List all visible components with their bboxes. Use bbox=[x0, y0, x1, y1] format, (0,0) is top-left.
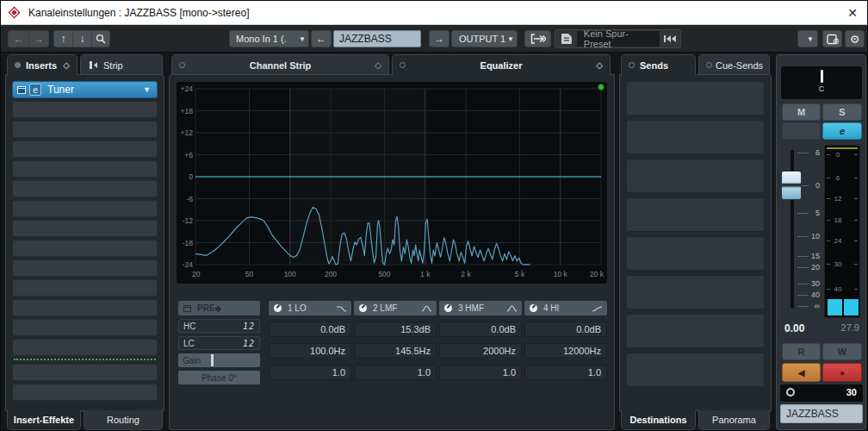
tab-cue-sends[interactable]: Cue-Sends bbox=[698, 54, 770, 75]
tab-sends[interactable]: Sends bbox=[621, 54, 696, 75]
direct-routing-button[interactable] bbox=[524, 30, 551, 47]
send-slot-empty[interactable] bbox=[626, 120, 765, 154]
output-arrow-icon[interactable]: → bbox=[429, 30, 450, 47]
fader-value[interactable]: 0.00 bbox=[784, 322, 804, 334]
pre-bypass-icon[interactable] bbox=[183, 305, 191, 312]
track-preset-field[interactable]: Kein Spur-Preset bbox=[577, 31, 660, 47]
send-slot-empty[interactable] bbox=[626, 197, 765, 232]
tab-routing[interactable]: Routing bbox=[84, 410, 163, 430]
read-automation-button[interactable]: R bbox=[782, 343, 821, 360]
band-q-field[interactable]: 1.0 bbox=[439, 365, 522, 380]
search-channel-button[interactable] bbox=[91, 30, 110, 47]
band-curve-icon[interactable] bbox=[506, 304, 518, 313]
tab-strip[interactable]: Strip bbox=[80, 54, 163, 75]
insert-slot-empty[interactable] bbox=[12, 141, 158, 158]
insert-slot-tuner[interactable]: eTuner▼ bbox=[12, 81, 158, 98]
listen-button[interactable] bbox=[782, 122, 821, 140]
lc-filter-row[interactable]: LC 12 bbox=[178, 336, 260, 350]
settings-dropdown-button[interactable]: ▼ bbox=[797, 30, 818, 47]
channel-color-icon[interactable] bbox=[786, 388, 795, 397]
insert-slot-empty[interactable] bbox=[12, 339, 158, 356]
eq-band-header[interactable]: 4 HI bbox=[524, 301, 607, 315]
bypass-diamond-icon[interactable]: ◇ bbox=[63, 60, 70, 70]
send-slot-empty[interactable] bbox=[626, 314, 765, 348]
insert-slot-empty[interactable] bbox=[12, 319, 158, 336]
hc-filter-row[interactable]: HC 12 bbox=[178, 319, 260, 333]
edit-channel-button[interactable]: e bbox=[822, 122, 862, 140]
eq-band-header[interactable]: 1 LO bbox=[269, 301, 351, 315]
insert-slot-empty[interactable] bbox=[12, 121, 158, 138]
insert-slot-empty[interactable] bbox=[12, 160, 158, 178]
close-icon[interactable]: ✕ bbox=[841, 3, 864, 23]
send-slot-empty[interactable] bbox=[626, 275, 765, 309]
band-q-field[interactable]: 1.0 bbox=[354, 365, 437, 380]
gain-slider-handle[interactable] bbox=[211, 354, 214, 366]
pan-control[interactable]: C bbox=[781, 66, 862, 99]
record-arm-button[interactable]: ● bbox=[822, 363, 862, 382]
band-power-icon[interactable] bbox=[274, 304, 282, 312]
insert-slot-empty[interactable] bbox=[12, 180, 158, 197]
band-power-icon[interactable] bbox=[530, 304, 537, 312]
tab-destinations[interactable]: Destinations bbox=[621, 410, 696, 430]
band-gain-field[interactable]: 0.0dB bbox=[524, 322, 607, 337]
tab-equalizer[interactable]: Equalizer ◇ bbox=[392, 54, 611, 75]
pre-header[interactable]: PRE ◆ bbox=[178, 301, 260, 315]
eq-active-led[interactable] bbox=[598, 84, 604, 91]
monitor-button[interactable]: ◀ bbox=[782, 363, 821, 382]
insert-slot-empty[interactable] bbox=[12, 220, 158, 237]
insert-slot-empty[interactable] bbox=[12, 259, 158, 277]
forward-icon[interactable]: → bbox=[28, 30, 49, 47]
band-q-field[interactable]: 1.0 bbox=[524, 365, 607, 380]
fader-handle[interactable] bbox=[781, 171, 802, 200]
clip-indicator[interactable] bbox=[827, 147, 858, 149]
insert-slot-empty[interactable] bbox=[12, 279, 158, 297]
insert-slot-empty[interactable] bbox=[12, 200, 158, 217]
band-power-icon[interactable] bbox=[444, 304, 452, 312]
band-curve-icon[interactable] bbox=[336, 304, 347, 313]
insert-slot-empty[interactable] bbox=[12, 384, 158, 401]
send-slot-empty[interactable] bbox=[626, 159, 765, 193]
band-freq-field[interactable]: 12000Hz bbox=[524, 343, 607, 359]
band-gain-field[interactable]: 0.0dB bbox=[439, 322, 522, 337]
insert-slot-empty[interactable] bbox=[12, 101, 158, 118]
band-curve-icon[interactable] bbox=[421, 304, 432, 313]
gear-icon[interactable]: ⚙ bbox=[845, 30, 865, 47]
tab-channel-strip[interactable]: Channel Strip ◇ bbox=[171, 54, 389, 75]
phase-button[interactable]: Phase 0° bbox=[178, 371, 260, 384]
previous-channel-icon[interactable]: ↑ bbox=[53, 30, 72, 47]
band-q-field[interactable]: 1.0 bbox=[269, 365, 351, 380]
input-arrow-icon[interactable]: ← bbox=[311, 30, 332, 47]
bypass-diamond-icon[interactable]: ◆ bbox=[215, 303, 222, 313]
output-routing-select[interactable]: OUTPUT 1 ▼ bbox=[451, 30, 518, 47]
tab-insert-effekte[interactable]: Insert-Effekte bbox=[7, 410, 81, 430]
insert-bypass-icon[interactable] bbox=[17, 86, 26, 94]
eq-band-header[interactable]: 2 LMF bbox=[354, 301, 437, 315]
channel-name-input[interactable]: JAZZBASS bbox=[333, 30, 421, 47]
input-routing-select[interactable]: Mono In 1 (. ▼ bbox=[229, 30, 309, 47]
back-icon[interactable]: ← bbox=[8, 30, 28, 47]
mute-button[interactable]: M bbox=[782, 103, 821, 121]
insert-slot-empty[interactable] bbox=[12, 240, 158, 257]
eq-band-header[interactable]: 3 HMF bbox=[439, 301, 522, 315]
send-slot-empty[interactable] bbox=[626, 236, 765, 271]
insert-slot-empty[interactable] bbox=[12, 299, 158, 316]
tab-panorama[interactable]: Panorama bbox=[698, 410, 770, 430]
band-freq-field[interactable]: 2000Hz bbox=[439, 343, 522, 359]
band-power-icon[interactable] bbox=[359, 304, 367, 312]
pan-handle[interactable] bbox=[821, 70, 823, 83]
band-freq-field[interactable]: 145.5Hz bbox=[354, 343, 437, 359]
rewind-preset-icon[interactable] bbox=[663, 34, 677, 43]
write-automation-button[interactable]: W bbox=[822, 343, 862, 360]
send-slot-empty[interactable] bbox=[626, 81, 765, 116]
band-gain-field[interactable]: 15.3dB bbox=[354, 322, 437, 337]
band-curve-icon[interactable] bbox=[592, 304, 603, 313]
gain-slider[interactable]: Gain bbox=[178, 353, 260, 367]
band-gain-field[interactable]: 0.0dB bbox=[269, 322, 351, 337]
solo-button[interactable]: S bbox=[822, 103, 862, 121]
insert-edit-icon[interactable]: e bbox=[29, 84, 41, 96]
send-slot-empty[interactable] bbox=[626, 353, 765, 387]
next-channel-icon[interactable]: ↓ bbox=[72, 30, 91, 47]
band-freq-field[interactable]: 100.0Hz bbox=[269, 343, 351, 359]
insert-slot-empty[interactable] bbox=[12, 364, 158, 381]
window-setup-button[interactable]: ⚙ bbox=[822, 30, 842, 47]
